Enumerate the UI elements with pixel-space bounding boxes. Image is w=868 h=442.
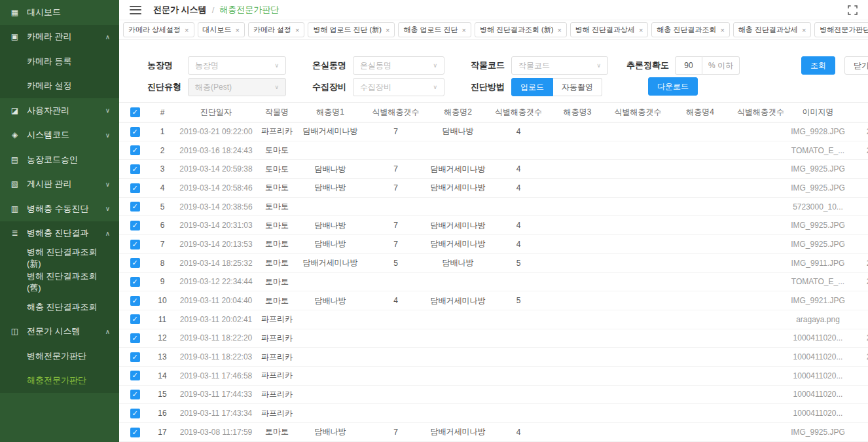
tab[interactable]: 해충 업로드 진단× [398,22,471,37]
row-checkbox[interactable]: ✓ [130,409,140,418]
sidebar-item-system-code[interactable]: ◈시스템코드∨ [0,123,119,148]
tab[interactable]: 대시보드× [198,22,245,37]
image-name: IMG_9925.JPG [790,235,846,254]
row-checkbox[interactable]: ✓ [130,221,140,230]
tab-close-icon[interactable]: × [236,26,240,34]
row-number: 3 [151,160,174,179]
search-button[interactable]: 조회 [801,56,835,75]
row-checkbox-cell: ✓ [119,253,151,272]
row-checkbox[interactable]: ✓ [130,296,140,306]
tab[interactable]: 병해전문가판단× [814,22,868,37]
sidebar-item-camera-management[interactable]: ▣카메라 관리∧ [0,25,119,50]
pest3-name [548,423,607,442]
tab[interactable]: 병해 업로드 진단 (新)× [308,22,395,37]
diagnosis-method-label: 진단방법 [471,81,506,93]
row-checkbox[interactable]: ✓ [130,258,140,268]
pest3-name [548,366,607,385]
accuracy-input[interactable] [675,56,702,75]
pest4-name [669,235,731,254]
sidebar-subitem-disease-result-new[interactable]: 병해 진단결과조회 (新) [0,246,119,270]
sidebar-subitem-camera-settings[interactable]: 카메라 설정 [0,74,119,99]
image-name: 1000411020... [790,329,846,348]
sidebar-item-farm-code-approval[interactable]: ▤농장코드승인 [0,147,119,172]
auto-capture-method-button[interactable]: 자동촬영 [553,78,602,96]
row-number: 1 [151,122,174,141]
upload-method-button[interactable]: 업로드 [511,78,553,96]
tab-close-icon[interactable]: × [557,26,561,34]
sidebar-item-dashboard[interactable]: ▦대시보드 [0,0,119,25]
row-number: 16 [151,404,174,423]
tab-close-icon[interactable]: × [295,26,299,34]
pest2-name: 담배거세미나방 [427,423,489,442]
equipment-select[interactable]: 수집장비 ∨ [353,78,444,96]
pest4-count [731,197,790,216]
tab-close-icon[interactable]: × [720,26,724,34]
pest2-count [489,141,548,160]
breadcrumb-current: 해충전문가판단 [219,4,279,16]
sidebar-subitem-disease-expert[interactable]: 병해전문가판단 [0,344,119,369]
select-all-checkbox[interactable]: ✓ [130,107,140,117]
row-checkbox[interactable]: ✓ [130,240,140,249]
sidebar-subitem-pest-result[interactable]: 해충 진단결과조회 [0,295,119,320]
results-table: ✓#진단일자작물명해충명1식별해충갯수해충명2식별해충갯수해충명3식별해충갯수해… [119,102,868,442]
pest3-name [548,348,607,367]
tab[interactable]: 병해 진단결과조회 (新)× [475,22,567,37]
pest4-name [669,272,731,291]
tab[interactable]: 카메라 상세설정× [123,22,194,37]
sidebar-item-expert-system[interactable]: ◫전문가 시스템∧ [0,320,119,344]
tab-close-icon[interactable]: × [386,26,389,34]
row-checkbox[interactable]: ✓ [130,145,140,155]
row-checkbox[interactable]: ✓ [130,202,140,212]
created-date: 2019 [846,141,868,160]
row-checkbox[interactable]: ✓ [130,127,140,137]
tab-close-icon[interactable]: × [462,26,466,34]
row-number: 15 [151,385,174,404]
tab-close-icon[interactable]: × [185,26,189,34]
tab-close-icon[interactable]: × [639,26,643,34]
menu-toggle-icon[interactable] [130,6,141,14]
pest3-count [607,329,669,348]
pest3-count [607,272,669,291]
tab[interactable]: 병해 진단결과상세× [570,22,649,37]
row-checkbox[interactable]: ✓ [130,314,140,324]
image-name: IMG_9921.JPG [790,291,846,310]
tab-close-icon[interactable]: × [802,26,806,34]
diagnosis-type-select[interactable]: 해충(Pest) ∨ [188,78,286,96]
row-checkbox[interactable]: ✓ [130,428,140,437]
row-checkbox[interactable]: ✓ [130,390,140,399]
sidebar-item-diagnosis-results[interactable]: ≣병해충 진단결과∧ [0,221,119,246]
pest1-count [365,329,427,348]
row-checkbox[interactable]: ✓ [130,352,140,362]
greenhouse-select[interactable]: 온실동명 ∨ [353,56,444,75]
tab[interactable]: 해충 진단결과상세× [733,22,812,37]
sidebar-subitem-pest-expert[interactable]: 해충전문가판단 [0,369,119,394]
pest2-name [427,197,489,216]
fullscreen-icon[interactable] [848,5,858,15]
crop-code-select[interactable]: 작물코드 ∨ [511,56,608,75]
row-checkbox[interactable]: ✓ [130,371,140,380]
row-checkbox[interactable]: ✓ [130,164,140,174]
farm-select[interactable]: 농장명 ∨ [188,56,286,75]
sidebar-item-user-management[interactable]: ◪사용자관리∨ [0,98,119,123]
tab[interactable]: 카메라 설정× [248,22,305,37]
pest2-count-header: 식별해충갯수 [489,103,548,122]
pest2-name: 담배거세미나방 [427,235,489,254]
download-button[interactable]: 다운로드 [648,77,698,96]
accuracy-label: 추론정확도 [626,60,670,71]
diagnosis-date: 2019-03-11 18:22:20 [174,329,258,348]
pest2-count [489,197,548,216]
table-row: ✓22019-03-16 18:24:43토마토TOMATO_E_...2019 [119,141,868,160]
row-checkbox[interactable]: ✓ [130,183,140,193]
row-checkbox[interactable]: ✓ [130,333,140,343]
sidebar-subitem-disease-result-old[interactable]: 병해 진단결과조회 (舊) [0,270,119,295]
close-button[interactable]: 닫기 [844,56,868,75]
row-checkbox[interactable]: ✓ [130,277,140,287]
diagnosis-date: 2019-03-11 20:02:41 [174,310,258,329]
diagnosis-date: 2019-03-08 11:17:59 [174,423,258,442]
tab[interactable]: 해충 진단결과조회× [651,22,730,37]
pest1-name-header: 해충명1 [296,103,365,122]
sidebar-item-board-management[interactable]: ▧게시판 관리∨ [0,172,119,197]
sidebar-item-manual-diagnosis[interactable]: ▥병해충 수동진단∨ [0,196,119,221]
pest1-name [296,310,365,329]
sidebar-subitem-camera-register[interactable]: 카메라 등록 [0,49,119,74]
